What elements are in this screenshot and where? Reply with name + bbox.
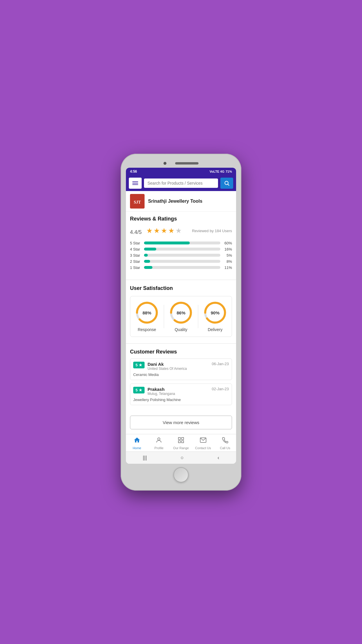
contact-us-nav-label: Contact Us (195, 446, 211, 450)
star-bar-row: 4 Star 16% (130, 247, 232, 251)
svg-rect-14 (182, 441, 184, 443)
circle-chart: 86% (169, 301, 193, 324)
star-bar-row: 5 Star 60% (130, 241, 232, 245)
star-rating: ★ ★ ★ ★ ★ (146, 227, 182, 235)
review-user-info: Dani Ak United States Of America (147, 362, 209, 371)
review-header: 5 ★ Prakash Mulug, Telangana 02-Jan-23 (133, 387, 229, 396)
android-home-btn[interactable]: ○ (181, 455, 184, 461)
satisfaction-label: Delivery (208, 327, 223, 332)
review-star-icon: ★ (139, 363, 142, 367)
review-rating: 5 (136, 363, 138, 367)
view-more-container: View more reviews (126, 413, 236, 434)
circle-value: 86% (177, 310, 185, 315)
satisfaction-item-delivery: 90% Delivery (203, 301, 227, 332)
review-date: 06-Jan-23 (212, 362, 229, 366)
reviews-section: Reviews & Ratings 4.4/5 ★ ★ ★ ★ ★ Review… (126, 212, 236, 279)
review-header: 5 ★ Dani Ak United States Of America 06-… (133, 362, 229, 371)
star-label: 5 Star (130, 241, 142, 245)
star-4: ★ (168, 227, 175, 235)
company-header: SJT Srinathji Jewellery Tools (126, 191, 236, 212)
svg-rect-12 (182, 438, 184, 440)
satisfaction-title: User Satisfaction (130, 285, 232, 291)
rating-score: 4.4/5 (130, 225, 142, 236)
bar-fill (144, 248, 156, 251)
view-more-button[interactable]: View more reviews (130, 416, 232, 429)
divider-1 (126, 280, 236, 280)
star-2: ★ (154, 227, 160, 235)
svg-point-0 (225, 181, 228, 185)
satisfaction-divider (198, 305, 198, 328)
review-date: 02-Jan-23 (212, 387, 229, 391)
rating-overview: 4.4/5 ★ ★ ★ ★ ★ Reviewed by 184 Users (130, 225, 232, 236)
bar-fill (144, 260, 150, 263)
home-nav-label: Home (133, 446, 141, 450)
bar-track (144, 248, 220, 251)
customer-reviews-section: Customer Reviews 5 ★ Dani Ak United Stat… (126, 345, 236, 413)
hamburger-icon (132, 181, 138, 185)
review-user-info: Prakash Mulug, Telangana (147, 387, 209, 396)
satisfaction-label: Quality (175, 327, 187, 332)
front-camera (164, 162, 166, 165)
nav-item-our-range[interactable]: Our Range (170, 437, 192, 450)
our-range-nav-icon (178, 437, 184, 445)
star-label: 3 Star (130, 253, 142, 258)
company-logo-svg: SJT (131, 195, 143, 207)
nav-item-contact-us[interactable]: Contact Us (192, 437, 214, 450)
satisfaction-item-quality: 86% Quality (169, 301, 193, 332)
hamburger-button[interactable] (129, 178, 142, 189)
review-card: 5 ★ Prakash Mulug, Telangana 02-Jan-23 J… (130, 384, 232, 405)
star-3: ★ (161, 227, 167, 235)
bar-track (144, 266, 220, 269)
satisfaction-section: User Satisfaction 88% Response 86% Quali… (126, 281, 236, 342)
home-button[interactable] (173, 467, 189, 482)
search-input[interactable] (144, 178, 218, 188)
nav-item-home[interactable]: Home (126, 437, 148, 450)
android-back-btn[interactable]: ‹ (217, 455, 219, 461)
circle-value: 90% (211, 310, 219, 315)
star-bars: 5 Star 60% 4 Star 16% 3 Star 5% 2 Star 8… (130, 241, 232, 270)
phone-camera-area (126, 162, 236, 165)
satisfaction-label: Response (138, 327, 156, 332)
bar-pct: 60% (223, 241, 232, 245)
svg-line-1 (228, 184, 229, 186)
satisfaction-divider (164, 305, 164, 328)
profile-nav-icon (155, 437, 162, 445)
android-nav: ||| ○ ‹ (126, 452, 236, 464)
customer-reviews-title: Customer Reviews (130, 349, 232, 355)
battery-info: 71% (226, 170, 232, 173)
phone-screen: 4:56 VoLTE 4G 71% (126, 168, 236, 464)
phone-home (126, 467, 236, 482)
bar-pct: 5% (223, 253, 232, 258)
search-button[interactable] (220, 178, 233, 189)
reviewed-by: Reviewed by 184 Users (192, 229, 232, 233)
nav-item-call-us[interactable]: Call Us (214, 437, 236, 450)
star-bar-row: 3 Star 5% (130, 253, 232, 258)
bar-track (144, 254, 220, 257)
phone-speaker (175, 162, 198, 164)
call-us-nav-label: Call Us (220, 446, 230, 450)
bar-pct: 8% (223, 259, 232, 264)
star-label: 1 Star (130, 265, 142, 270)
satisfaction-circles: 88% Response 86% Quality 90% Delivery (130, 296, 232, 337)
signal-info: VoLTE 4G (210, 170, 224, 173)
circle-value: 88% (143, 310, 151, 315)
review-card: 5 ★ Dani Ak United States Of America 06-… (130, 358, 232, 380)
bar-track (144, 242, 220, 244)
bar-fill (144, 254, 148, 257)
bar-track (144, 260, 220, 263)
review-rating: 5 (136, 388, 138, 392)
review-product: Ceramic Media (133, 372, 229, 377)
status-time: 4:56 (130, 169, 137, 174)
nav-item-profile[interactable]: Profile (148, 437, 170, 450)
bottom-nav: Home Profile Our Range Contact Us Call U… (126, 434, 236, 452)
star-label: 2 Star (130, 259, 142, 264)
status-bar: 4:56 VoLTE 4G 71% (126, 168, 236, 175)
score-value: 4.4 (130, 229, 137, 235)
phone-frame: 4:56 VoLTE 4G 71% (121, 154, 241, 491)
android-recents-btn[interactable]: ||| (143, 455, 147, 461)
home-nav-icon (133, 437, 140, 445)
review-user-name: Dani Ak (147, 362, 209, 367)
review-badge: 5 ★ (133, 362, 145, 368)
score-outof: /5 (137, 229, 142, 235)
star-1: ★ (146, 227, 153, 235)
